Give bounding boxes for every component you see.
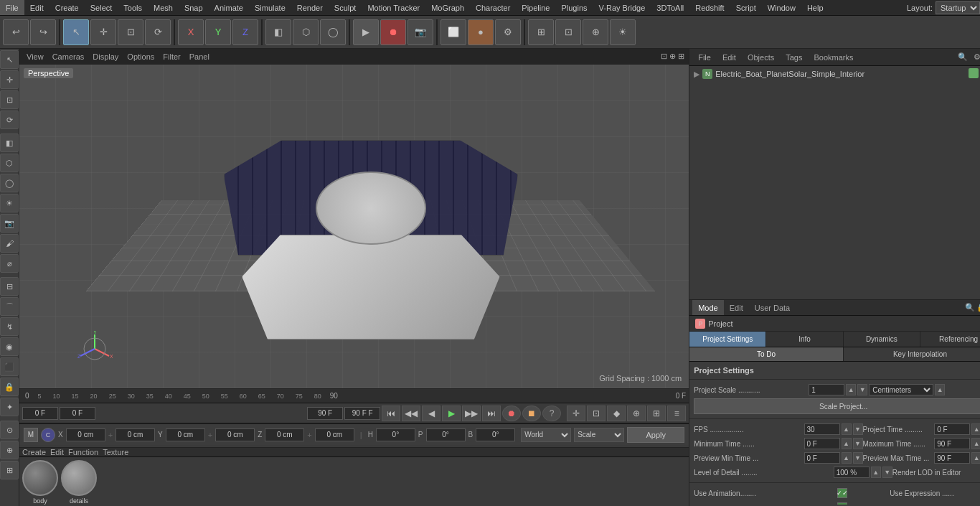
edit-tab[interactable]: Edit: [724, 300, 749, 315]
obj-expand-btn[interactable]: ▶: [694, 70, 699, 79]
lod-down[interactable]: ▼: [882, 467, 892, 478]
tl-record-btn[interactable]: ⏺: [502, 406, 521, 421]
props-search-icon[interactable]: 🔍: [965, 303, 975, 312]
mode-tab[interactable]: Mode: [692, 300, 724, 315]
left-sphere[interactable]: ◯: [0, 174, 19, 192]
tl-key-btn[interactable]: ◆: [607, 406, 626, 421]
menu-edit[interactable]: Edit: [24, 0, 50, 15]
viewport-expand-icon[interactable]: ⊡ ⊕ ⊞: [661, 52, 684, 61]
fps-up[interactable]: ▲: [842, 423, 852, 435]
tl-start2-input[interactable]: [60, 407, 95, 420]
left-constraint[interactable]: 🔒: [0, 378, 19, 396]
left-move[interactable]: ✛: [0, 70, 19, 89]
left-scale[interactable]: ⊡: [0, 90, 19, 109]
fps-down[interactable]: ▼: [853, 423, 863, 435]
use-gen-check[interactable]: ✓: [837, 502, 847, 505]
move-tool[interactable]: ✛: [90, 19, 116, 45]
viewport-menu-display[interactable]: Display: [90, 52, 121, 61]
left-extra2[interactable]: ⊕: [0, 441, 19, 459]
menu-vray[interactable]: V-Ray Bridge: [593, 0, 651, 15]
apply-button[interactable]: Apply: [627, 427, 684, 443]
left-twist[interactable]: ↯: [0, 317, 19, 336]
y-input[interactable]: [166, 428, 205, 441]
menu-simulate[interactable]: Simulate: [249, 0, 291, 15]
scale-spin-up[interactable]: ▲: [846, 384, 856, 395]
menu-create[interactable]: Create: [50, 0, 85, 15]
play-btn[interactable]: ▶: [353, 19, 379, 45]
left-mat[interactable]: ◉: [0, 337, 19, 356]
maxt-up[interactable]: ▲: [971, 438, 980, 449]
obj-settings-icon[interactable]: ⚙: [974, 52, 980, 62]
tl-autokey-btn[interactable]: ⏹: [522, 406, 541, 421]
scale-unit-select[interactable]: Centimeters Meters Inches: [869, 384, 933, 395]
tl-last-btn[interactable]: ⏭: [482, 406, 501, 421]
obj-file-tab[interactable]: File: [694, 52, 715, 63]
render-settings-btn[interactable]: ⚙: [495, 19, 521, 45]
lod-up[interactable]: ▲: [871, 467, 881, 478]
record-btn[interactable]: ⏺: [380, 19, 406, 45]
left-knife[interactable]: ⌀: [0, 254, 19, 273]
y-axis-btn[interactable]: Y: [205, 19, 231, 45]
tab-todo[interactable]: To Do: [689, 347, 844, 361]
tl-extra-btn[interactable]: ≡: [667, 406, 686, 421]
menu-mograph[interactable]: MoGraph: [425, 0, 470, 15]
menu-motion-tracker[interactable]: Motion Tracker: [362, 0, 425, 15]
scale-select[interactable]: Scale: [574, 428, 624, 442]
mat-create[interactable]: Create: [22, 448, 46, 456]
pm-down[interactable]: ▼: [853, 452, 863, 464]
left-mirror[interactable]: ⊟: [0, 277, 19, 296]
rotate-tool[interactable]: ⟳: [145, 19, 171, 45]
null-object-btn[interactable]: ◧: [265, 19, 291, 45]
axis-btn[interactable]: ⊕: [583, 19, 608, 45]
tl-first-btn[interactable]: ⏮: [382, 406, 400, 421]
obj-objects-tab[interactable]: Objects: [743, 52, 778, 63]
menu-redshift[interactable]: Redshift: [689, 0, 730, 15]
snap-btn[interactable]: ⊡: [555, 19, 581, 45]
mat-texture[interactable]: Texture: [103, 448, 128, 456]
scale-spin-down[interactable]: ▼: [857, 384, 867, 395]
pt-up[interactable]: ▲: [971, 423, 980, 435]
sphere-btn[interactable]: ◯: [320, 19, 346, 45]
min-time-input[interactable]: [804, 438, 840, 449]
use-anim-check[interactable]: ✓: [837, 488, 847, 498]
h-input[interactable]: [376, 428, 415, 441]
menu-3dtoall[interactable]: 3DToAll: [651, 0, 689, 15]
tab-key-interpolation[interactable]: Key Interpolation: [844, 347, 980, 361]
scale-project-btn[interactable]: Scale Project...: [694, 398, 980, 414]
obj-search-icon[interactable]: 🔍: [958, 52, 968, 62]
tab-dynamics[interactable]: Dynamics: [844, 332, 920, 347]
menu-render[interactable]: Render: [291, 0, 329, 15]
left-paint[interactable]: 🖌: [0, 234, 19, 253]
tl-scale2-btn[interactable]: ⊡: [587, 406, 606, 421]
menu-sculpt[interactable]: Sculpt: [329, 0, 362, 15]
left-bend[interactable]: ⌒: [0, 297, 19, 316]
light-btn[interactable]: ☀: [610, 19, 636, 45]
z-axis-btn[interactable]: Z: [232, 19, 258, 45]
left-poly[interactable]: ⬡: [0, 154, 19, 172]
viewport-menu-options[interactable]: Options: [124, 52, 157, 61]
left-light[interactable]: ☀: [0, 194, 19, 212]
fps-input[interactable]: [804, 423, 840, 435]
p-input[interactable]: [426, 428, 466, 441]
redo-button[interactable]: ↪: [30, 19, 56, 45]
tab-info[interactable]: Info: [766, 332, 843, 347]
grid-btn[interactable]: ⊞: [528, 19, 554, 45]
preview-min-input[interactable]: [804, 452, 840, 464]
left-null[interactable]: ◧: [0, 133, 19, 152]
world-select[interactable]: World Local: [521, 428, 571, 442]
menu-tools[interactable]: Tools: [118, 0, 148, 15]
menu-animate[interactable]: Animate: [209, 0, 249, 15]
viewport-menu-view[interactable]: View: [24, 52, 47, 61]
tl-help-btn[interactable]: ?: [542, 406, 561, 421]
viewport-canvas[interactable]: Grid Spacing : 1000 cm X Y Z Perspective: [19, 65, 689, 388]
obj-edit-tab[interactable]: Edit: [718, 52, 740, 63]
scale-tool[interactable]: ⊡: [118, 19, 143, 45]
layout-select[interactable]: Startup: [936, 1, 980, 14]
x-input[interactable]: [66, 428, 105, 441]
tl-prev-btn[interactable]: ◀: [422, 406, 440, 421]
camera-btn[interactable]: 📷: [407, 19, 433, 45]
menu-script[interactable]: Script: [730, 0, 762, 15]
mt-up[interactable]: ▲: [842, 438, 852, 449]
y-input2[interactable]: [215, 428, 255, 441]
tl-end2-input[interactable]: [307, 407, 343, 420]
